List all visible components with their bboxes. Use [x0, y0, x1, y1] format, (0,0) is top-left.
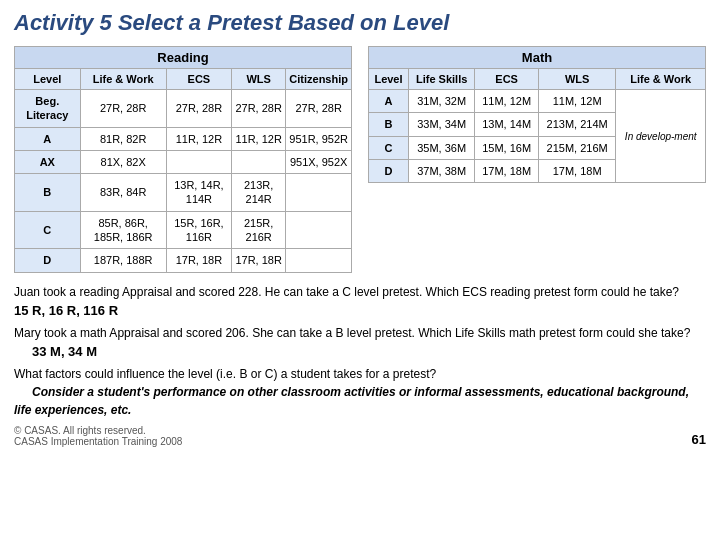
math-d-ecs: 17M, 18M: [475, 159, 539, 182]
reading-c-ecs: 15R, 16R, 116R: [166, 211, 231, 249]
reading-header-level: Level: [15, 69, 81, 90]
math-level-d: D: [369, 159, 409, 182]
reading-level-ax: AX: [15, 150, 81, 173]
q1-text: Juan took a reading Appraisal and scored…: [14, 285, 679, 299]
reading-a-wls: 11R, 12R: [232, 127, 286, 150]
reading-row-a: A 81R, 82R 11R, 12R 11R, 12R 951R, 952R: [15, 127, 352, 150]
math-d-wls: 17M, 18M: [538, 159, 616, 182]
reading-section: Reading Level Life & Work ECS WLS Citize…: [14, 46, 352, 273]
reading-a-ecs: 11R, 12R: [166, 127, 231, 150]
reading-beg-wls: 27R, 28R: [232, 90, 286, 128]
reading-ax-ecs: [166, 150, 231, 173]
math-in-development: In develop-ment: [616, 90, 706, 183]
math-header-wls: WLS: [538, 69, 616, 90]
math-a-wls: 11M, 12M: [538, 90, 616, 113]
reading-d-wls: 17R, 18R: [232, 249, 286, 272]
reading-header-citizenship: Citizenship: [286, 69, 352, 90]
reading-level-a: A: [15, 127, 81, 150]
reading-row-c: C 85R, 86R, 185R, 186R 15R, 16R, 116R 21…: [15, 211, 352, 249]
reading-row-b: B 83R, 84R 13R, 14R, 114R 213R, 214R: [15, 174, 352, 212]
reading-c-citizenship: [286, 211, 352, 249]
reading-beg-life-work: 27R, 28R: [80, 90, 166, 128]
math-header-life-work: Life & Work: [616, 69, 706, 90]
page-title: Activity 5 Select a Pretest Based on Lev…: [14, 10, 706, 36]
reading-level-b: B: [15, 174, 81, 212]
math-d-life-skills: 37M, 38M: [408, 159, 474, 182]
math-section-title: Math: [368, 46, 706, 68]
reading-d-ecs: 17R, 18R: [166, 249, 231, 272]
math-a-ecs: 11M, 12M: [475, 90, 539, 113]
reading-level-c: C: [15, 211, 81, 249]
reading-a-citizenship: 951R, 952R: [286, 127, 352, 150]
reading-b-citizenship: [286, 174, 352, 212]
reading-d-citizenship: [286, 249, 352, 272]
reading-ax-wls: [232, 150, 286, 173]
q3-answer: Consider a student's performance on othe…: [14, 385, 689, 417]
math-c-life-skills: 35M, 36M: [408, 136, 474, 159]
math-header-level: Level: [369, 69, 409, 90]
math-level-c: C: [369, 136, 409, 159]
q1-block: Juan took a reading Appraisal and scored…: [14, 283, 706, 321]
footer-left: © CASAS. All rights reserved. CASAS Impl…: [14, 425, 182, 447]
q2-answer: 33 M, 34 M: [32, 344, 97, 359]
reading-beg-citizenship: 27R, 28R: [286, 90, 352, 128]
math-a-life-skills: 31M, 32M: [408, 90, 474, 113]
q1-answer: 15 R, 16 R, 116 R: [14, 303, 118, 318]
reading-a-life-work: 81R, 82R: [80, 127, 166, 150]
reading-header-life-work: Life & Work: [80, 69, 166, 90]
reading-ax-life-work: 81X, 82X: [80, 150, 166, 173]
reading-header-wls: WLS: [232, 69, 286, 90]
q2-block: Mary took a math Appraisal and scored 20…: [14, 324, 706, 362]
math-c-ecs: 15M, 16M: [475, 136, 539, 159]
reading-d-life-work: 187R, 188R: [80, 249, 166, 272]
reading-ax-citizenship: 951X, 952X: [286, 150, 352, 173]
reading-header-ecs: ECS: [166, 69, 231, 90]
footer-line2: CASAS Implementation Training 2008: [14, 436, 182, 447]
reading-table: Level Life & Work ECS WLS Citizenship Be…: [14, 68, 352, 273]
math-b-ecs: 13M, 14M: [475, 113, 539, 136]
page-number: 61: [692, 432, 706, 447]
reading-b-life-work: 83R, 84R: [80, 174, 166, 212]
reading-row-ax: AX 81X, 82X 951X, 952X: [15, 150, 352, 173]
reading-b-wls: 213R, 214R: [232, 174, 286, 212]
reading-row-d: D 187R, 188R 17R, 18R 17R, 18R: [15, 249, 352, 272]
math-header-ecs: ECS: [475, 69, 539, 90]
footer-line1: © CASAS. All rights reserved.: [14, 425, 182, 436]
math-table: Level Life Skills ECS WLS Life & Work A …: [368, 68, 706, 183]
math-c-wls: 215M, 216M: [538, 136, 616, 159]
reading-beg-ecs: 27R, 28R: [166, 90, 231, 128]
q3-text: What factors could influence the level (…: [14, 367, 436, 381]
reading-c-wls: 215R, 216R: [232, 211, 286, 249]
reading-row-beg: Beg. Literacy 27R, 28R 27R, 28R 27R, 28R…: [15, 90, 352, 128]
reading-section-title: Reading: [14, 46, 352, 68]
reading-b-ecs: 13R, 14R, 114R: [166, 174, 231, 212]
tables-row: Reading Level Life & Work ECS WLS Citize…: [14, 46, 706, 273]
reading-level-beg: Beg. Literacy: [15, 90, 81, 128]
footer: © CASAS. All rights reserved. CASAS Impl…: [14, 425, 706, 447]
math-level-a: A: [369, 90, 409, 113]
math-level-b: B: [369, 113, 409, 136]
math-header-life-skills: Life Skills: [408, 69, 474, 90]
math-row-a: A 31M, 32M 11M, 12M 11M, 12M In develop-…: [369, 90, 706, 113]
q2-text: Mary took a math Appraisal and scored 20…: [14, 326, 690, 340]
q3-block: What factors could influence the level (…: [14, 365, 706, 419]
reading-level-d: D: [15, 249, 81, 272]
math-b-life-skills: 33M, 34M: [408, 113, 474, 136]
math-b-wls: 213M, 214M: [538, 113, 616, 136]
math-section: Math Level Life Skills ECS WLS Life & Wo…: [368, 46, 706, 273]
reading-c-life-work: 85R, 86R, 185R, 186R: [80, 211, 166, 249]
